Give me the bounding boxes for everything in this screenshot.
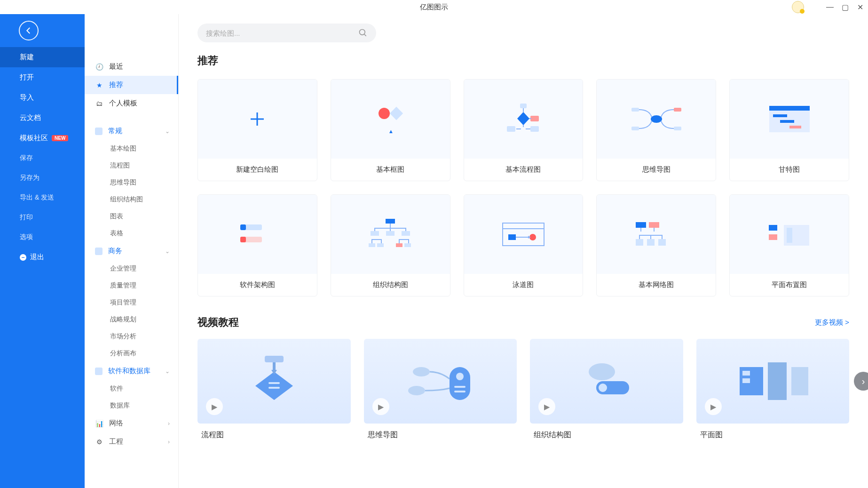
- cat-sub[interactable]: 思维导图: [85, 174, 178, 191]
- svg-rect-33: [508, 234, 516, 240]
- svg-rect-6: [507, 126, 515, 132]
- svg-rect-4: [520, 104, 527, 108]
- svg-rect-27: [369, 243, 375, 247]
- clock-icon: 🕘: [95, 63, 103, 71]
- nav-cloud[interactable]: 云文档: [0, 108, 85, 128]
- card-blank[interactable]: 新建空白绘图: [197, 79, 317, 181]
- svg-rect-10: [631, 108, 639, 112]
- next-arrow-button[interactable]: ›: [854, 372, 868, 391]
- cat-sub[interactable]: 质量管理: [85, 277, 178, 294]
- svg-rect-40: [658, 239, 666, 246]
- card-floorplan[interactable]: 平面布置图: [729, 194, 849, 296]
- card-org[interactable]: 组织结构图: [331, 194, 450, 296]
- card-gantt[interactable]: 甘特图: [729, 79, 849, 181]
- network-icon: 📊: [95, 419, 103, 428]
- nav-open[interactable]: 打开: [0, 67, 85, 88]
- close-button[interactable]: ✕: [857, 4, 863, 10]
- cat-sub[interactable]: 数据库: [85, 397, 178, 414]
- svg-point-54: [413, 367, 430, 376]
- cat-group-business[interactable]: 商务⌄: [85, 242, 178, 260]
- svg-rect-29: [396, 243, 402, 247]
- card-block[interactable]: 基本框图: [331, 79, 450, 181]
- nav-templates[interactable]: 模板社区NEW: [0, 128, 85, 148]
- card-swimlane[interactable]: 泳道图: [464, 194, 584, 296]
- card-mindmap[interactable]: 思维导图: [596, 79, 716, 181]
- svg-rect-24: [371, 231, 379, 236]
- nav-import[interactable]: 导入: [0, 88, 85, 108]
- svg-rect-43: [769, 234, 777, 240]
- svg-rect-7: [530, 126, 539, 132]
- nav-save-as[interactable]: 另存为: [0, 168, 85, 188]
- svg-rect-2: [390, 107, 403, 120]
- nav-exit[interactable]: −退出: [0, 247, 85, 267]
- more-videos-link[interactable]: 更多视频 >: [815, 318, 849, 327]
- card-flowchart[interactable]: 基本流程图: [464, 79, 584, 181]
- folder-icon: 🗂: [95, 99, 103, 108]
- svg-rect-42: [769, 225, 777, 231]
- svg-rect-61: [742, 378, 750, 383]
- nav-save[interactable]: 保存: [0, 148, 85, 168]
- cat-group-engineering[interactable]: ⚙工程›: [85, 432, 178, 451]
- svg-point-0: [360, 30, 365, 35]
- minimize-button[interactable]: —: [827, 4, 833, 10]
- cat-sub[interactable]: 市场分析: [85, 328, 178, 345]
- svg-rect-47: [268, 382, 280, 384]
- cat-recent[interactable]: 🕘最近: [85, 57, 178, 76]
- nav-print[interactable]: 打印: [0, 208, 85, 227]
- cat-sub[interactable]: 企业管理: [85, 260, 178, 277]
- nav-options[interactable]: 选项: [0, 227, 85, 247]
- content-area: ?▾ 🔔 ⌘ 👕▾ 推荐 新建空白绘图 基本框图 基本流程图: [179, 14, 868, 488]
- svg-marker-3: [387, 130, 396, 133]
- svg-rect-52: [454, 386, 466, 388]
- cat-sub[interactable]: 表格: [85, 225, 178, 242]
- file-sidebar: 新建 打开 导入 云文档 模板社区NEW 保存 另存为 导出 & 发送 打印 选…: [0, 14, 85, 488]
- card-network[interactable]: 基本网络图: [596, 194, 716, 296]
- svg-rect-22: [240, 237, 246, 242]
- search-input[interactable]: [206, 29, 358, 37]
- nav-export[interactable]: 导出 & 发送: [0, 188, 85, 208]
- business-icon: [95, 248, 103, 255]
- chevron-right-icon: ›: [168, 439, 170, 445]
- search-box[interactable]: [197, 24, 376, 42]
- cat-recommend[interactable]: ★推荐: [85, 76, 178, 94]
- cat-sub[interactable]: 分析画布: [85, 345, 178, 362]
- svg-rect-17: [780, 120, 794, 123]
- cat-sub[interactable]: 流程图: [85, 157, 178, 174]
- cat-sub[interactable]: 战略规划: [85, 311, 178, 328]
- svg-point-51: [456, 373, 464, 380]
- video-card[interactable]: ▶ 流程图: [197, 339, 351, 440]
- cat-sub[interactable]: 项目管理: [85, 294, 178, 311]
- video-card[interactable]: ▶ 思维导图: [364, 339, 517, 440]
- card-software-arch[interactable]: 软件架构图: [197, 194, 317, 296]
- cat-group-network[interactable]: 📊网络›: [85, 414, 178, 432]
- maximize-button[interactable]: ▢: [842, 4, 848, 10]
- svg-rect-5: [530, 116, 539, 121]
- svg-point-1: [379, 108, 390, 119]
- cat-sub[interactable]: 软件: [85, 380, 178, 397]
- svg-rect-48: [268, 387, 280, 389]
- svg-rect-39: [647, 239, 655, 246]
- video-card[interactable]: ▶ 平面图: [696, 339, 850, 440]
- cat-sub[interactable]: 图表: [85, 208, 178, 225]
- play-icon: ▶: [206, 398, 223, 415]
- section-title-recommend: 推荐: [197, 54, 849, 68]
- svg-rect-45: [265, 356, 284, 362]
- cat-sub[interactable]: 组织结构图: [85, 191, 178, 208]
- cat-sub[interactable]: 基本绘图: [85, 140, 178, 157]
- svg-rect-60: [742, 371, 750, 376]
- video-card[interactable]: ▶ 组织结构图: [530, 339, 683, 440]
- video-grid: ▶ 流程图 ▶ 思维导图 ▶ 组织结构图: [197, 339, 849, 440]
- cat-personal[interactable]: 🗂个人模板: [85, 94, 178, 112]
- cat-group-software[interactable]: 软件和数据库⌄: [85, 362, 178, 380]
- search-icon[interactable]: [358, 28, 368, 38]
- user-avatar[interactable]: [792, 1, 804, 13]
- cat-group-general[interactable]: 常规⌄: [85, 122, 178, 140]
- category-sidebar: 🕘最近 ★推荐 🗂个人模板 常规⌄ 基本绘图 流程图 思维导图 组织结构图 图表…: [85, 14, 179, 488]
- svg-rect-18: [789, 126, 801, 128]
- svg-rect-37: [649, 222, 659, 228]
- chevron-down-icon: ⌄: [165, 128, 170, 135]
- nav-new[interactable]: 新建: [0, 47, 85, 67]
- svg-rect-11: [631, 127, 639, 130]
- back-button[interactable]: [19, 21, 39, 40]
- svg-rect-28: [377, 243, 384, 247]
